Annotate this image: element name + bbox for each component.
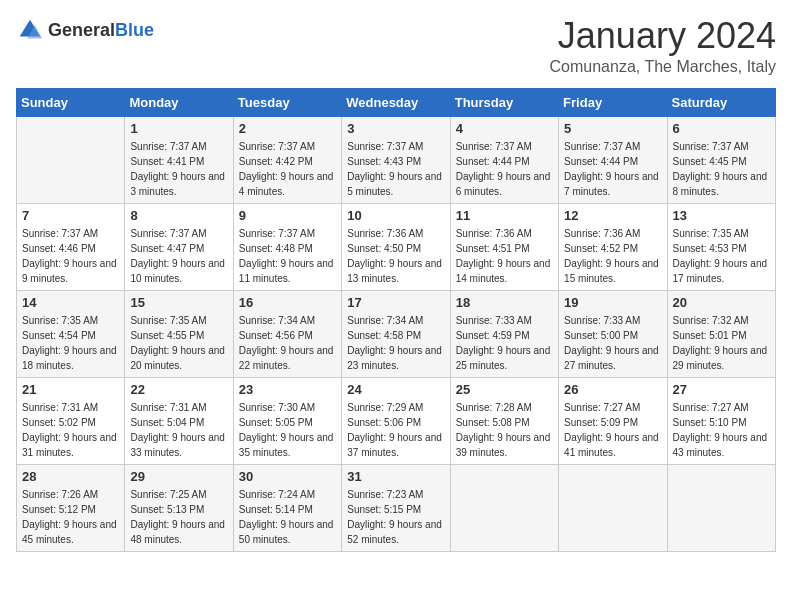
- calendar-body: 1Sunrise: 7:37 AMSunset: 4:41 PMDaylight…: [17, 116, 776, 551]
- calendar-cell: 11Sunrise: 7:36 AMSunset: 4:51 PMDayligh…: [450, 203, 558, 290]
- calendar-table: Sunday Monday Tuesday Wednesday Thursday…: [16, 88, 776, 552]
- calendar-week-1: 7Sunrise: 7:37 AMSunset: 4:46 PMDaylight…: [17, 203, 776, 290]
- calendar-cell: 6Sunrise: 7:37 AMSunset: 4:45 PMDaylight…: [667, 116, 775, 203]
- day-info: Sunrise: 7:36 AMSunset: 4:51 PMDaylight:…: [456, 226, 553, 286]
- calendar-cell: 21Sunrise: 7:31 AMSunset: 5:02 PMDayligh…: [17, 377, 125, 464]
- day-number: 26: [564, 382, 661, 397]
- calendar-cell: 25Sunrise: 7:28 AMSunset: 5:08 PMDayligh…: [450, 377, 558, 464]
- calendar-cell: 19Sunrise: 7:33 AMSunset: 5:00 PMDayligh…: [559, 290, 667, 377]
- day-info: Sunrise: 7:37 AMSunset: 4:46 PMDaylight:…: [22, 226, 119, 286]
- day-number: 11: [456, 208, 553, 223]
- header-row: Sunday Monday Tuesday Wednesday Thursday…: [17, 88, 776, 116]
- day-info: Sunrise: 7:27 AMSunset: 5:09 PMDaylight:…: [564, 400, 661, 460]
- day-info: Sunrise: 7:37 AMSunset: 4:47 PMDaylight:…: [130, 226, 227, 286]
- day-number: 25: [456, 382, 553, 397]
- day-info: Sunrise: 7:36 AMSunset: 4:52 PMDaylight:…: [564, 226, 661, 286]
- day-number: 4: [456, 121, 553, 136]
- day-number: 22: [130, 382, 227, 397]
- day-info: Sunrise: 7:37 AMSunset: 4:41 PMDaylight:…: [130, 139, 227, 199]
- day-number: 19: [564, 295, 661, 310]
- calendar-cell: 3Sunrise: 7:37 AMSunset: 4:43 PMDaylight…: [342, 116, 450, 203]
- day-info: Sunrise: 7:37 AMSunset: 4:48 PMDaylight:…: [239, 226, 336, 286]
- location-title: Comunanza, The Marches, Italy: [550, 58, 776, 76]
- day-number: 18: [456, 295, 553, 310]
- day-info: Sunrise: 7:24 AMSunset: 5:14 PMDaylight:…: [239, 487, 336, 547]
- day-info: Sunrise: 7:32 AMSunset: 5:01 PMDaylight:…: [673, 313, 770, 373]
- day-number: 14: [22, 295, 119, 310]
- calendar-cell: 27Sunrise: 7:27 AMSunset: 5:10 PMDayligh…: [667, 377, 775, 464]
- calendar-cell: 12Sunrise: 7:36 AMSunset: 4:52 PMDayligh…: [559, 203, 667, 290]
- col-saturday: Saturday: [667, 88, 775, 116]
- calendar-cell: 28Sunrise: 7:26 AMSunset: 5:12 PMDayligh…: [17, 464, 125, 551]
- calendar-cell: 8Sunrise: 7:37 AMSunset: 4:47 PMDaylight…: [125, 203, 233, 290]
- calendar-cell: 20Sunrise: 7:32 AMSunset: 5:01 PMDayligh…: [667, 290, 775, 377]
- day-info: Sunrise: 7:23 AMSunset: 5:15 PMDaylight:…: [347, 487, 444, 547]
- day-number: 23: [239, 382, 336, 397]
- calendar-cell: 23Sunrise: 7:30 AMSunset: 5:05 PMDayligh…: [233, 377, 341, 464]
- calendar-cell: 5Sunrise: 7:37 AMSunset: 4:44 PMDaylight…: [559, 116, 667, 203]
- day-info: Sunrise: 7:31 AMSunset: 5:02 PMDaylight:…: [22, 400, 119, 460]
- logo-text-general: General: [48, 20, 115, 40]
- calendar-cell: 31Sunrise: 7:23 AMSunset: 5:15 PMDayligh…: [342, 464, 450, 551]
- calendar-cell: 15Sunrise: 7:35 AMSunset: 4:55 PMDayligh…: [125, 290, 233, 377]
- day-number: 12: [564, 208, 661, 223]
- day-number: 9: [239, 208, 336, 223]
- day-number: 10: [347, 208, 444, 223]
- day-info: Sunrise: 7:37 AMSunset: 4:44 PMDaylight:…: [456, 139, 553, 199]
- day-info: Sunrise: 7:28 AMSunset: 5:08 PMDaylight:…: [456, 400, 553, 460]
- calendar-cell: 1Sunrise: 7:37 AMSunset: 4:41 PMDaylight…: [125, 116, 233, 203]
- month-title: January 2024: [550, 16, 776, 56]
- day-number: 13: [673, 208, 770, 223]
- calendar-header: Sunday Monday Tuesday Wednesday Thursday…: [17, 88, 776, 116]
- calendar-week-2: 14Sunrise: 7:35 AMSunset: 4:54 PMDayligh…: [17, 290, 776, 377]
- calendar-cell: 24Sunrise: 7:29 AMSunset: 5:06 PMDayligh…: [342, 377, 450, 464]
- day-info: Sunrise: 7:37 AMSunset: 4:44 PMDaylight:…: [564, 139, 661, 199]
- day-number: 2: [239, 121, 336, 136]
- day-number: 20: [673, 295, 770, 310]
- calendar-cell: 18Sunrise: 7:33 AMSunset: 4:59 PMDayligh…: [450, 290, 558, 377]
- calendar-cell: 16Sunrise: 7:34 AMSunset: 4:56 PMDayligh…: [233, 290, 341, 377]
- col-monday: Monday: [125, 88, 233, 116]
- calendar-cell: [17, 116, 125, 203]
- day-info: Sunrise: 7:34 AMSunset: 4:56 PMDaylight:…: [239, 313, 336, 373]
- calendar-cell: 17Sunrise: 7:34 AMSunset: 4:58 PMDayligh…: [342, 290, 450, 377]
- calendar-cell: 10Sunrise: 7:36 AMSunset: 4:50 PMDayligh…: [342, 203, 450, 290]
- calendar-cell: 30Sunrise: 7:24 AMSunset: 5:14 PMDayligh…: [233, 464, 341, 551]
- calendar-cell: 2Sunrise: 7:37 AMSunset: 4:42 PMDaylight…: [233, 116, 341, 203]
- calendar-week-3: 21Sunrise: 7:31 AMSunset: 5:02 PMDayligh…: [17, 377, 776, 464]
- day-info: Sunrise: 7:35 AMSunset: 4:54 PMDaylight:…: [22, 313, 119, 373]
- day-number: 29: [130, 469, 227, 484]
- day-info: Sunrise: 7:27 AMSunset: 5:10 PMDaylight:…: [673, 400, 770, 460]
- day-info: Sunrise: 7:36 AMSunset: 4:50 PMDaylight:…: [347, 226, 444, 286]
- calendar-cell: 9Sunrise: 7:37 AMSunset: 4:48 PMDaylight…: [233, 203, 341, 290]
- day-number: 27: [673, 382, 770, 397]
- day-info: Sunrise: 7:26 AMSunset: 5:12 PMDaylight:…: [22, 487, 119, 547]
- logo-icon: [16, 16, 44, 44]
- day-info: Sunrise: 7:37 AMSunset: 4:43 PMDaylight:…: [347, 139, 444, 199]
- day-number: 1: [130, 121, 227, 136]
- day-number: 24: [347, 382, 444, 397]
- day-info: Sunrise: 7:31 AMSunset: 5:04 PMDaylight:…: [130, 400, 227, 460]
- logo: GeneralBlue: [16, 16, 154, 44]
- day-info: Sunrise: 7:33 AMSunset: 5:00 PMDaylight:…: [564, 313, 661, 373]
- logo-text-blue: Blue: [115, 20, 154, 40]
- calendar-cell: 7Sunrise: 7:37 AMSunset: 4:46 PMDaylight…: [17, 203, 125, 290]
- calendar-cell: 13Sunrise: 7:35 AMSunset: 4:53 PMDayligh…: [667, 203, 775, 290]
- day-number: 6: [673, 121, 770, 136]
- day-number: 28: [22, 469, 119, 484]
- calendar-week-0: 1Sunrise: 7:37 AMSunset: 4:41 PMDaylight…: [17, 116, 776, 203]
- day-info: Sunrise: 7:29 AMSunset: 5:06 PMDaylight:…: [347, 400, 444, 460]
- col-friday: Friday: [559, 88, 667, 116]
- day-info: Sunrise: 7:25 AMSunset: 5:13 PMDaylight:…: [130, 487, 227, 547]
- calendar-cell: 29Sunrise: 7:25 AMSunset: 5:13 PMDayligh…: [125, 464, 233, 551]
- day-info: Sunrise: 7:34 AMSunset: 4:58 PMDaylight:…: [347, 313, 444, 373]
- day-info: Sunrise: 7:35 AMSunset: 4:55 PMDaylight:…: [130, 313, 227, 373]
- calendar-week-4: 28Sunrise: 7:26 AMSunset: 5:12 PMDayligh…: [17, 464, 776, 551]
- day-number: 15: [130, 295, 227, 310]
- day-number: 3: [347, 121, 444, 136]
- calendar-cell: 26Sunrise: 7:27 AMSunset: 5:09 PMDayligh…: [559, 377, 667, 464]
- day-number: 30: [239, 469, 336, 484]
- title-area: January 2024 Comunanza, The Marches, Ita…: [550, 16, 776, 76]
- day-number: 17: [347, 295, 444, 310]
- day-number: 21: [22, 382, 119, 397]
